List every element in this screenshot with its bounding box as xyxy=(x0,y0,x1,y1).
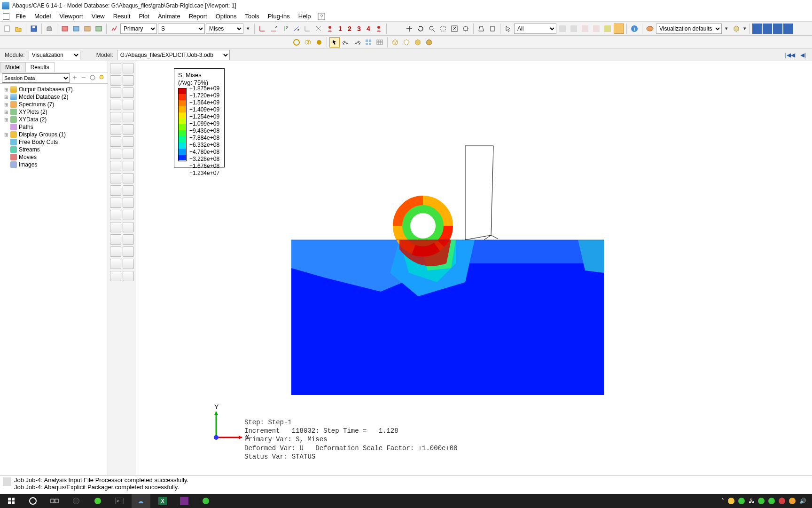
module-select[interactable]: Visualization xyxy=(29,50,80,60)
toolbox-button[interactable] xyxy=(123,149,134,159)
redo-icon[interactable] xyxy=(352,37,362,48)
tray-network-icon[interactable]: 🖧 xyxy=(749,498,754,504)
csys-x-icon[interactable]: x xyxy=(268,24,279,34)
toolbox-button[interactable] xyxy=(110,149,121,159)
rotate-icon[interactable] xyxy=(415,24,426,34)
tree-item[interactable]: ⊞Output Databases (7) xyxy=(1,86,107,93)
tool-2-icon[interactable] xyxy=(71,24,81,34)
zoom-box-icon[interactable] xyxy=(438,24,448,34)
pointer-icon[interactable] xyxy=(503,24,513,34)
toolbox-button[interactable] xyxy=(123,222,134,232)
toolbox-button[interactable] xyxy=(110,100,121,110)
toolbox-button[interactable] xyxy=(110,161,121,171)
model-select[interactable]: G:/Abaqus_files/EXPLICIT/Job-3.odb xyxy=(117,50,230,60)
person2-icon[interactable] xyxy=(374,24,384,34)
toolbox-button[interactable] xyxy=(110,124,121,135)
start-button[interactable] xyxy=(2,494,21,508)
toolbox-button[interactable] xyxy=(123,173,134,183)
tool-1-icon[interactable] xyxy=(60,24,70,34)
shaded-box-icon[interactable] xyxy=(413,37,423,48)
csys-y-icon[interactable]: y xyxy=(280,24,290,34)
first-frame-icon[interactable]: |◀◀ xyxy=(785,50,795,60)
sel-active-icon[interactable] xyxy=(614,24,624,34)
viewport[interactable]: S, Mises (Avg: 75%) +1.875e+09+1.720e+09… xyxy=(136,61,812,475)
toolbox-button[interactable] xyxy=(123,198,134,208)
toolbox-button[interactable] xyxy=(123,161,134,171)
system-tray[interactable]: ˄ 🖧 🔊 xyxy=(721,498,810,504)
toolbox-button[interactable] xyxy=(123,63,134,73)
menu-plugins[interactable]: Plug-ins xyxy=(264,12,294,21)
toolbox-button[interactable] xyxy=(110,136,121,147)
layout-1-icon[interactable] xyxy=(752,24,762,34)
zoom-icon[interactable] xyxy=(427,24,437,34)
fit-icon[interactable] xyxy=(449,24,460,34)
undo-icon[interactable] xyxy=(341,37,351,48)
perspective-icon[interactable] xyxy=(476,24,486,34)
parallel-icon[interactable] xyxy=(487,24,498,34)
toolbox-button[interactable] xyxy=(123,271,134,281)
menu-viewport[interactable]: Viewport xyxy=(55,12,86,21)
toolbox-button[interactable] xyxy=(110,75,121,86)
layout-3-icon[interactable] xyxy=(773,24,782,34)
new-icon[interactable] xyxy=(2,24,12,34)
pan-icon[interactable] xyxy=(404,24,414,34)
toolbox-button[interactable] xyxy=(110,234,121,245)
task-view-icon[interactable] xyxy=(45,494,64,508)
lightbulb-icon[interactable] xyxy=(98,74,106,82)
toolbox-button[interactable] xyxy=(110,259,121,269)
tree-item[interactable]: ⊞Model Database (2) xyxy=(1,93,107,101)
menu-report[interactable]: Report xyxy=(185,12,211,21)
tree-item[interactable]: ⊞XYPlots (2) xyxy=(1,108,107,116)
tree-item[interactable]: Movies xyxy=(1,153,107,161)
toolbox-button[interactable] xyxy=(123,75,134,86)
tree-item[interactable]: Images xyxy=(1,161,107,168)
circle2-icon[interactable] xyxy=(303,37,313,48)
sel-5-icon[interactable] xyxy=(602,24,613,34)
tree-item[interactable]: Streams xyxy=(1,146,107,153)
menu-tools[interactable]: Tools xyxy=(241,12,263,21)
menu-file[interactable]: File xyxy=(12,12,30,21)
wechat-icon[interactable] xyxy=(196,494,215,508)
settings-icon[interactable] xyxy=(89,74,97,82)
tree-item[interactable]: Paths xyxy=(1,123,107,131)
sel-2-icon[interactable] xyxy=(569,24,579,34)
toolbox-button[interactable] xyxy=(123,185,134,196)
app-menu-icon[interactable] xyxy=(3,13,9,20)
expand-toggle-icon[interactable]: ⊞ xyxy=(4,132,8,137)
csys-xy-icon[interactable] xyxy=(302,24,312,34)
expand-toggle-icon[interactable]: ⊞ xyxy=(4,110,8,115)
toolbox-button[interactable] xyxy=(110,87,121,98)
abaqus-taskbar-icon[interactable] xyxy=(132,494,150,508)
toolbox-button[interactable] xyxy=(123,136,134,147)
menu-view[interactable]: View xyxy=(88,12,109,21)
view-2[interactable]: 2 xyxy=(345,25,354,32)
cycle-icon[interactable] xyxy=(461,24,471,34)
sel-1-icon[interactable] xyxy=(557,24,568,34)
tab-model[interactable]: Model xyxy=(0,62,26,72)
tree-item[interactable]: ⊞Spectrums (7) xyxy=(1,101,107,108)
toolbox-button[interactable] xyxy=(123,210,134,220)
variable-name-select[interactable]: S xyxy=(158,24,205,34)
variable-type-select[interactable]: Primary xyxy=(120,24,157,34)
menu-result[interactable]: Result xyxy=(109,12,134,21)
session-data-select[interactable]: Session Data xyxy=(2,73,70,83)
expand-toggle-icon[interactable]: ⊞ xyxy=(4,117,8,122)
expand-toggle-icon[interactable]: ⊞ xyxy=(4,87,8,92)
toolbox-button[interactable] xyxy=(110,246,121,257)
tool-4-icon[interactable] xyxy=(94,24,104,34)
tray-icon[interactable] xyxy=(738,498,745,504)
tray-icon[interactable] xyxy=(728,498,734,504)
menu-animate[interactable]: Animate xyxy=(154,12,184,21)
toolbox-button[interactable] xyxy=(123,87,134,98)
layout-4-icon[interactable] xyxy=(783,24,793,34)
csys-icon[interactable] xyxy=(257,24,267,34)
layout-2-icon[interactable] xyxy=(763,24,772,34)
tree-item[interactable]: Free Body Cuts xyxy=(1,138,107,146)
csys-free-icon[interactable] xyxy=(313,24,324,34)
open-icon[interactable] xyxy=(13,24,23,34)
menu-options[interactable]: Options xyxy=(212,12,241,21)
tree-item[interactable]: ⊞Display Groups (1) xyxy=(1,131,107,138)
toolbox-button[interactable] xyxy=(123,246,134,257)
message-area[interactable]: Job Job-4: Analysis Input File Processor… xyxy=(0,475,812,494)
toolbox-button[interactable] xyxy=(123,112,134,122)
